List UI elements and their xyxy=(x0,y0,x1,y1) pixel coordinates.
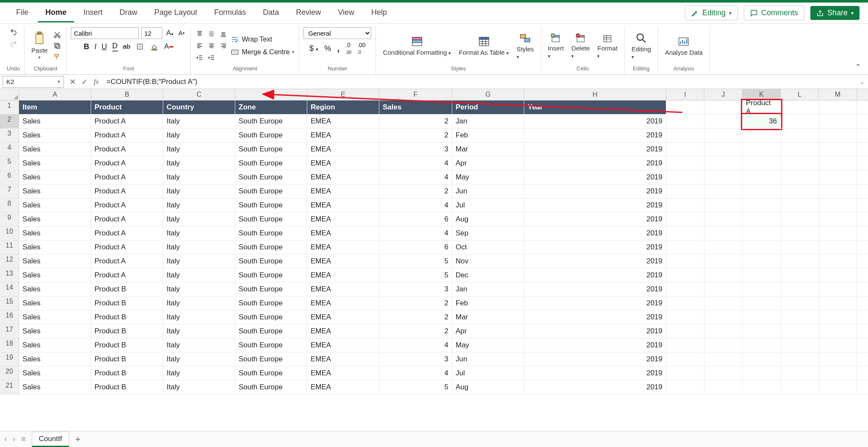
empty-cell[interactable] xyxy=(781,324,819,338)
data-cell[interactable]: Sales xyxy=(19,240,91,254)
data-cell[interactable]: EMEA xyxy=(307,115,379,129)
data-cell[interactable]: Italy xyxy=(163,352,235,366)
sheet-all-button[interactable]: ≡ xyxy=(21,435,26,444)
empty-cell[interactable] xyxy=(666,156,704,170)
empty-cell[interactable] xyxy=(857,184,868,198)
data-cell[interactable]: Product B xyxy=(91,324,163,338)
row-header[interactable]: 16 xyxy=(0,310,19,324)
empty-cell[interactable] xyxy=(743,254,781,268)
bold-button[interactable]: B xyxy=(84,42,89,51)
data-cell[interactable]: EMEA xyxy=(307,198,379,212)
decrease-font-icon[interactable]: A▾ xyxy=(177,28,186,38)
data-cell[interactable]: South Europe xyxy=(235,198,307,212)
insert-cells-button[interactable]: Insert▾ xyxy=(545,31,567,61)
accept-formula-button[interactable]: ✓ xyxy=(78,76,90,88)
row-header[interactable]: 13 xyxy=(0,268,19,282)
underline-button[interactable]: U xyxy=(102,42,107,51)
italic-button[interactable]: I xyxy=(95,42,97,51)
data-cell[interactable]: Italy xyxy=(163,268,235,282)
empty-cell[interactable] xyxy=(781,101,819,115)
data-cell[interactable]: Aug xyxy=(452,380,524,394)
data-cell[interactable]: Jun xyxy=(452,352,524,366)
data-cell[interactable]: South Europe xyxy=(235,129,307,142)
data-cell[interactable]: Italy xyxy=(163,142,235,156)
empty-cell[interactable] xyxy=(819,170,857,184)
empty-cell[interactable] xyxy=(819,240,857,254)
data-cell[interactable]: Apr xyxy=(452,324,524,338)
table-header-cell[interactable]: Zone xyxy=(235,101,307,115)
data-cell[interactable]: 3 xyxy=(379,142,452,156)
data-cell[interactable]: 4 xyxy=(379,338,452,352)
conditional-formatting-button[interactable]: Conditional Formatting ▾ xyxy=(380,34,453,58)
table-header-cell[interactable]: Product xyxy=(91,101,163,115)
data-cell[interactable]: Sales xyxy=(19,380,91,394)
empty-cell[interactable] xyxy=(857,198,868,212)
column-header[interactable]: E xyxy=(307,89,379,101)
data-cell[interactable]: Sales xyxy=(19,338,91,352)
fill-color-button[interactable] xyxy=(150,42,159,51)
data-cell[interactable]: Product B xyxy=(91,366,163,380)
data-cell[interactable]: 2019 xyxy=(524,352,666,366)
row-header[interactable]: 4 xyxy=(0,142,19,156)
empty-cell[interactable] xyxy=(743,380,781,394)
empty-cell[interactable] xyxy=(781,380,819,394)
comments-button[interactable]: Comments xyxy=(744,6,804,20)
empty-cell[interactable] xyxy=(666,101,704,115)
data-cell[interactable]: EMEA xyxy=(307,380,379,394)
table-header-cell[interactable]: Sales xyxy=(379,101,452,115)
data-cell[interactable]: Product B xyxy=(91,296,163,310)
empty-cell[interactable] xyxy=(743,156,781,170)
data-cell[interactable]: South Europe xyxy=(235,115,307,129)
empty-cell[interactable] xyxy=(666,129,704,142)
data-cell[interactable]: Product A xyxy=(91,254,163,268)
data-cell[interactable]: Jan xyxy=(452,282,524,296)
empty-cell[interactable] xyxy=(743,324,781,338)
empty-cell[interactable] xyxy=(781,338,819,352)
data-cell[interactable]: 3 xyxy=(379,352,452,366)
editing-mode-button[interactable]: Editing ▾ xyxy=(685,6,738,20)
empty-cell[interactable] xyxy=(857,310,868,324)
empty-cell[interactable] xyxy=(704,324,743,338)
empty-cell[interactable] xyxy=(857,380,868,394)
empty-cell[interactable] xyxy=(819,142,857,156)
column-header[interactable]: F xyxy=(379,89,452,101)
empty-cell[interactable] xyxy=(666,282,704,296)
empty-cell[interactable] xyxy=(704,170,743,184)
data-cell[interactable]: EMEA xyxy=(307,268,379,282)
data-cell[interactable]: Italy xyxy=(163,380,235,394)
data-cell[interactable]: South Europe xyxy=(235,254,307,268)
empty-cell[interactable] xyxy=(857,240,868,254)
empty-cell[interactable] xyxy=(819,366,857,380)
empty-cell[interactable] xyxy=(704,129,743,142)
data-cell[interactable]: Sales xyxy=(19,310,91,324)
tab-file[interactable]: File xyxy=(8,4,36,22)
data-cell[interactable]: Product A xyxy=(91,129,163,142)
analyse-data-button[interactable]: Analyse Data xyxy=(662,34,705,58)
data-cell[interactable]: 2019 xyxy=(524,338,666,352)
empty-cell[interactable] xyxy=(857,352,868,366)
select-all-corner[interactable] xyxy=(0,89,19,101)
empty-cell[interactable] xyxy=(666,296,704,310)
empty-cell[interactable] xyxy=(781,184,819,198)
tab-data[interactable]: Data xyxy=(255,4,287,22)
data-cell[interactable]: EMEA xyxy=(307,240,379,254)
tab-draw[interactable]: Draw xyxy=(112,4,145,22)
column-header[interactable]: B xyxy=(91,89,163,101)
data-cell[interactable]: Product A xyxy=(91,156,163,170)
empty-cell[interactable] xyxy=(704,156,743,170)
data-cell[interactable]: 4 xyxy=(379,170,452,184)
data-cell[interactable]: 2019 xyxy=(524,129,666,142)
data-cell[interactable]: 2 xyxy=(379,296,452,310)
copy-button[interactable] xyxy=(53,41,62,50)
number-format-select[interactable]: General xyxy=(303,27,371,39)
data-cell[interactable]: Italy xyxy=(163,240,235,254)
empty-cell[interactable] xyxy=(743,240,781,254)
data-cell[interactable]: South Europe xyxy=(235,366,307,380)
empty-cell[interactable] xyxy=(666,352,704,366)
data-cell[interactable]: 4 xyxy=(379,226,452,240)
tab-formulas[interactable]: Formulas xyxy=(206,4,253,22)
data-cell[interactable]: Italy xyxy=(163,338,235,352)
cut-button[interactable] xyxy=(53,30,62,39)
empty-cell[interactable] xyxy=(704,198,743,212)
align-right-icon[interactable] xyxy=(219,41,228,50)
